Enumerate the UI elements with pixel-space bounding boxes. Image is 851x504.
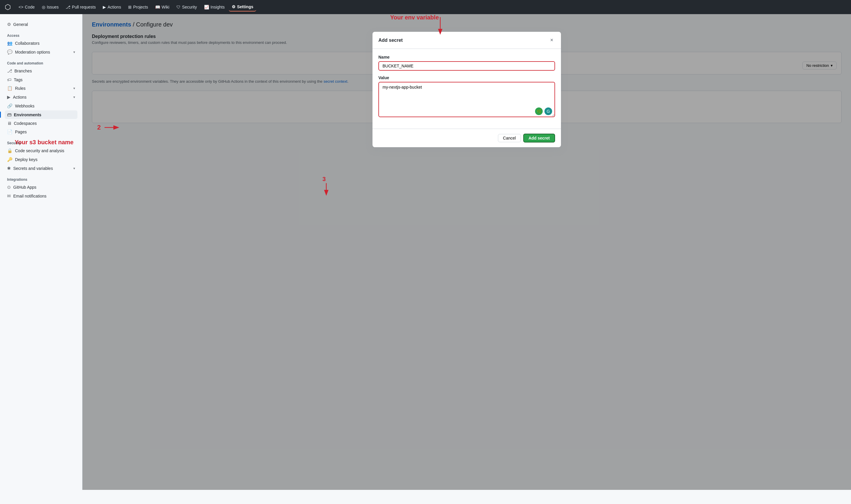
sidebar-github-apps-label: GitHub Apps: [13, 185, 36, 190]
sidebar-section-access: Access: [5, 31, 77, 39]
sidebar-item-code-security[interactable]: 🔒 Code security and analysis: [5, 146, 77, 155]
top-nav: ⬡ <> Code ◎ Issues ⎇ Pull requests ▶ Act…: [0, 0, 851, 14]
actions-icon: ▶: [103, 5, 106, 10]
page-layout: ⚙ General Access 👥 Collaborators 💬 Moder…: [0, 14, 851, 490]
chevron-down-icon: ▾: [73, 86, 75, 90]
value-form-group: Value my-nextjs-app-bucket 🌿 G: [378, 75, 555, 118]
sidebar-environments-label: Environments: [14, 112, 41, 117]
sidebar-rules-label: Rules: [15, 86, 25, 91]
nav-actions[interactable]: ▶ Actions: [100, 3, 124, 11]
pr-icon: ⎇: [66, 5, 70, 10]
email-icon: ✉: [7, 194, 11, 199]
nav-security[interactable]: 🛡 Security: [174, 3, 200, 11]
modal-title: Add secret: [378, 38, 403, 43]
sidebar-item-webhooks[interactable]: 🔗 Webhooks: [5, 102, 77, 110]
nav-projects[interactable]: ⊞ Projects: [125, 3, 151, 11]
modal-close-button[interactable]: ×: [548, 36, 555, 44]
nav-actions-label: Actions: [107, 5, 121, 10]
modal-footer: Cancel Add secret: [372, 129, 561, 147]
code-icon: <>: [19, 5, 23, 10]
sidebar-item-codespaces[interactable]: 🖥 Codespaces: [5, 119, 77, 127]
sidebar-item-general[interactable]: ⚙ General: [5, 20, 77, 29]
sidebar-item-branches[interactable]: ⎇ Branches: [5, 67, 77, 75]
actions-sidebar-icon: ▶: [7, 94, 11, 100]
nav-code-label: Code: [25, 5, 34, 10]
secrets-icon: ✱: [7, 166, 11, 171]
sidebar-moderation-label: Moderation options: [15, 50, 50, 54]
branches-icon: ⎇: [7, 68, 12, 74]
sidebar-tags-label: Tags: [14, 77, 23, 82]
annotation-env-variable: Your env variable: [390, 14, 439, 21]
webhooks-icon: 🔗: [7, 103, 13, 109]
tags-icon: 🏷: [7, 77, 12, 82]
github-logo: ⬡: [5, 3, 11, 11]
codespaces-icon: 🖥: [7, 121, 12, 126]
nav-pull-requests[interactable]: ⎇ Pull requests: [63, 3, 99, 11]
sidebar-collaborators-label: Collaborators: [15, 41, 39, 46]
name-form-group: Name: [378, 55, 555, 71]
nav-insights-label: Insights: [211, 5, 225, 10]
sidebar-section-security: Security: [5, 139, 77, 146]
sidebar-item-rules[interactable]: 📋 Rules ▾: [5, 84, 77, 93]
sidebar-section-code: Code and automation: [5, 59, 77, 67]
sidebar-actions-label: Actions: [13, 95, 26, 100]
nav-issues-label: Issues: [47, 5, 58, 10]
collaborators-icon: 👥: [7, 41, 13, 46]
sidebar-email-label: Email notifications: [13, 194, 47, 198]
modal-body: Name Value my-nextjs-app-bucket 🌿 G: [372, 49, 561, 129]
main-content: Environments / Configure dev Deployment …: [83, 14, 851, 490]
nav-pr-label: Pull requests: [72, 5, 96, 10]
nav-issues[interactable]: ◎ Issues: [39, 3, 61, 11]
cancel-button[interactable]: Cancel: [498, 134, 521, 142]
sidebar-item-email-notifications[interactable]: ✉ Email notifications: [5, 192, 77, 200]
code-security-icon: 🔒: [7, 148, 13, 154]
sidebar-item-pages[interactable]: 📄 Pages: [5, 127, 77, 136]
sidebar-item-deploy-keys[interactable]: 🔑 Deploy keys: [5, 155, 77, 164]
sidebar-item-secrets[interactable]: ✱ Secrets and variables ▾: [5, 164, 77, 173]
name-input[interactable]: [378, 61, 555, 71]
sidebar-general-label: General: [13, 22, 28, 27]
settings-icon: ⚙: [232, 4, 235, 9]
general-icon: ⚙: [7, 22, 11, 27]
sidebar-code-security-label: Code security and analysis: [15, 148, 64, 153]
issues-icon: ◎: [42, 5, 45, 10]
moderation-icon: 💬: [7, 50, 13, 55]
sidebar-item-actions[interactable]: ▶ Actions ▾: [5, 93, 77, 102]
sidebar-item-tags[interactable]: 🏷 Tags: [5, 75, 77, 84]
nav-insights[interactable]: 📈 Insights: [201, 3, 228, 11]
chevron-down-icon: ▾: [73, 50, 75, 54]
chevron-down-icon: ▾: [73, 166, 75, 170]
sidebar-item-moderation[interactable]: 💬 Moderation options ▾: [5, 48, 77, 56]
nav-projects-label: Projects: [133, 5, 148, 10]
sidebar-branches-label: Branches: [14, 69, 32, 73]
nav-security-label: Security: [182, 5, 197, 10]
sidebar-item-github-apps[interactable]: ⊙ GitHub Apps: [5, 183, 77, 192]
sidebar-section-integrations: Integrations: [5, 175, 77, 183]
nav-code[interactable]: <> Code: [16, 3, 38, 11]
sidebar-item-environments[interactable]: 🗃 Environments: [5, 110, 77, 119]
textarea-wrapper: my-nextjs-app-bucket 🌿 G: [378, 82, 555, 118]
sidebar-codespaces-label: Codespaces: [14, 121, 37, 126]
chevron-down-icon: ▾: [73, 95, 75, 99]
grammarly-g-icon: G: [545, 107, 552, 115]
security-icon: 🛡: [176, 5, 180, 10]
sidebar-deploy-keys-label: Deploy keys: [15, 157, 37, 162]
wiki-icon: 📖: [155, 5, 160, 10]
value-textarea[interactable]: my-nextjs-app-bucket: [378, 82, 555, 117]
rules-icon: 📋: [7, 86, 13, 91]
nav-settings[interactable]: ⚙ Settings: [229, 3, 256, 12]
sidebar-webhooks-label: Webhooks: [15, 104, 34, 108]
nav-wiki-label: Wiki: [162, 5, 169, 10]
pages-icon: 📄: [7, 129, 13, 134]
sidebar: ⚙ General Access 👥 Collaborators 💬 Moder…: [0, 14, 83, 490]
github-apps-icon: ⊙: [7, 184, 11, 190]
environments-icon: 🗃: [7, 112, 12, 117]
projects-icon: ⊞: [128, 5, 131, 10]
nav-wiki[interactable]: 📖 Wiki: [152, 3, 172, 11]
sidebar-item-collaborators[interactable]: 👥 Collaborators: [5, 39, 77, 48]
textarea-icons: 🌿 G: [535, 107, 552, 115]
nav-settings-label: Settings: [237, 4, 253, 9]
name-label: Name: [378, 55, 555, 59]
add-secret-submit-button[interactable]: Add secret: [523, 134, 555, 143]
modal-header: Add secret ×: [372, 32, 561, 49]
